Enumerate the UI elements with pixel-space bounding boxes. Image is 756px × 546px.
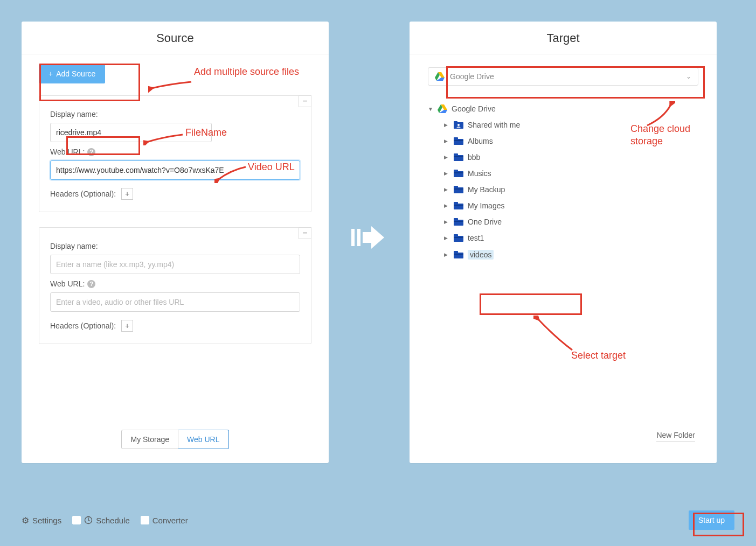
tree-item[interactable]: ▶My Backup [444, 181, 698, 198]
caret-right-icon: ▶ [444, 187, 449, 192]
folder-icon [454, 153, 463, 161]
tab-web-url[interactable]: Web URL [178, 430, 228, 449]
chevron-down-icon: ⌄ [686, 73, 691, 80]
svg-rect-25 [454, 218, 458, 221]
add-header-button[interactable]: + [121, 320, 133, 332]
checkbox-icon [72, 516, 81, 524]
settings-label: Settings [32, 516, 61, 525]
web-url-input[interactable] [50, 160, 300, 180]
gear-icon: ⚙ [22, 515, 29, 526]
tree-item[interactable]: ▶My Images [444, 198, 698, 214]
svg-rect-17 [454, 172, 463, 173]
tree-item[interactable]: ▶Musics [444, 165, 698, 181]
tree-item-label: My Images [468, 201, 504, 210]
web-url-label-text: Web URL: [50, 279, 85, 288]
caret-right-icon: ▶ [444, 155, 449, 160]
bottom-bar: ⚙ Settings Schedule Converter Start up [22, 510, 734, 530]
tree-item-label: Albums [468, 137, 493, 145]
settings-button[interactable]: ⚙ Settings [22, 515, 61, 526]
caret-right-icon: ▶ [444, 138, 449, 144]
web-url-label-text: Web URL: [50, 148, 85, 156]
tree-item-label: test1 [468, 234, 484, 242]
svg-rect-13 [454, 153, 458, 156]
svg-point-8 [457, 124, 460, 126]
caret-right-icon: ▶ [444, 122, 449, 128]
new-folder-button[interactable]: New Folder [656, 431, 695, 442]
folder-icon [454, 170, 463, 177]
caret-right-icon: ▶ [444, 235, 449, 241]
caret-right-icon: ▶ [444, 171, 449, 176]
tree-item-label: My Backup [468, 185, 505, 194]
web-url-input[interactable] [50, 292, 300, 312]
tree-item[interactable]: ▶Albums [444, 133, 698, 149]
svg-rect-31 [454, 251, 458, 254]
caret-down-icon: ▼ [428, 106, 433, 112]
tree-item-label: Musics [468, 169, 491, 178]
help-icon[interactable]: ? [87, 280, 95, 288]
svg-rect-20 [454, 188, 463, 190]
folder-icon [454, 137, 463, 145]
converter-toggle[interactable]: Converter [141, 516, 188, 525]
folder-icon [454, 251, 463, 258]
tree-item[interactable]: ▶Shared with me [444, 117, 698, 133]
tree-root-label: Google Drive [452, 104, 496, 113]
converter-label: Converter [152, 516, 188, 525]
target-panel: Target Google Drive ⌄ ▼ [410, 22, 717, 463]
svg-rect-29 [454, 237, 463, 238]
caret-right-icon: ▶ [444, 203, 449, 208]
headers-label: Headers (Optional): [50, 190, 116, 198]
display-name-input[interactable] [50, 255, 300, 274]
tree-item-label: Shared with me [468, 121, 520, 129]
svg-rect-10 [454, 137, 458, 140]
source-card: − Display name: Web URL: ? Headers (Opti… [39, 227, 311, 344]
caret-right-icon: ▶ [444, 252, 449, 257]
svg-rect-19 [454, 186, 458, 188]
add-source-label: Add Source [56, 69, 95, 78]
folder-icon [454, 186, 463, 193]
folder-icon [454, 234, 463, 242]
schedule-label: Schedule [96, 516, 130, 525]
cloud-storage-select[interactable]: Google Drive ⌄ [428, 67, 698, 86]
headers-row: Headers (Optional): + [50, 320, 300, 332]
tree-item-label: videos [468, 250, 494, 260]
caret-right-icon: ▶ [444, 219, 449, 225]
help-icon[interactable]: ? [87, 148, 95, 156]
clock-icon [84, 516, 93, 524]
plus-icon: + [48, 69, 53, 78]
tree-item[interactable]: ▶videos [444, 246, 698, 263]
source-tabs: My Storage Web URL [22, 430, 329, 449]
transfer-arrow-icon [351, 226, 390, 249]
tree-item[interactable]: ▶One Drive [444, 214, 698, 230]
headers-row: Headers (Optional): + [50, 188, 300, 200]
tree-item[interactable]: ▶bbb [444, 149, 698, 165]
schedule-toggle[interactable]: Schedule [72, 516, 130, 525]
display-name-input[interactable] [50, 123, 212, 142]
source-card: − Display name: Web URL: ? Headers (Opti… [39, 95, 311, 212]
shared-folder-icon [454, 121, 463, 129]
svg-rect-14 [454, 156, 463, 157]
target-title: Target [410, 22, 717, 54]
add-header-button[interactable]: + [121, 188, 133, 200]
source-title: Source [22, 22, 329, 54]
display-name-label: Display name: [50, 110, 300, 118]
svg-rect-32 [454, 254, 463, 255]
source-panel: Source + Add Source − Display name: Web … [22, 22, 329, 463]
tree-item[interactable]: ▶test1 [444, 230, 698, 246]
svg-rect-7 [454, 121, 457, 123]
add-source-button[interactable]: + Add Source [39, 64, 105, 83]
checkbox-icon [141, 516, 149, 524]
tree-root[interactable]: ▼ Google Drive [428, 101, 698, 117]
start-up-button[interactable]: Start up [689, 510, 734, 530]
tree-item-label: bbb [468, 153, 480, 162]
headers-label: Headers (Optional): [50, 321, 116, 330]
tree-children: ▶Shared with me▶Albums▶bbb▶Musics▶My Bac… [444, 117, 698, 263]
folder-icon [454, 202, 463, 209]
remove-card-button[interactable]: − [299, 95, 311, 107]
target-body: Google Drive ⌄ ▼ Google Drive ▶Shared wi… [410, 54, 717, 464]
web-url-label: Web URL: ? [50, 279, 300, 288]
svg-rect-22 [454, 202, 458, 205]
tab-my-storage[interactable]: My Storage [121, 430, 178, 449]
remove-card-button[interactable]: − [299, 227, 311, 239]
svg-rect-16 [454, 170, 458, 172]
svg-rect-28 [454, 234, 458, 237]
